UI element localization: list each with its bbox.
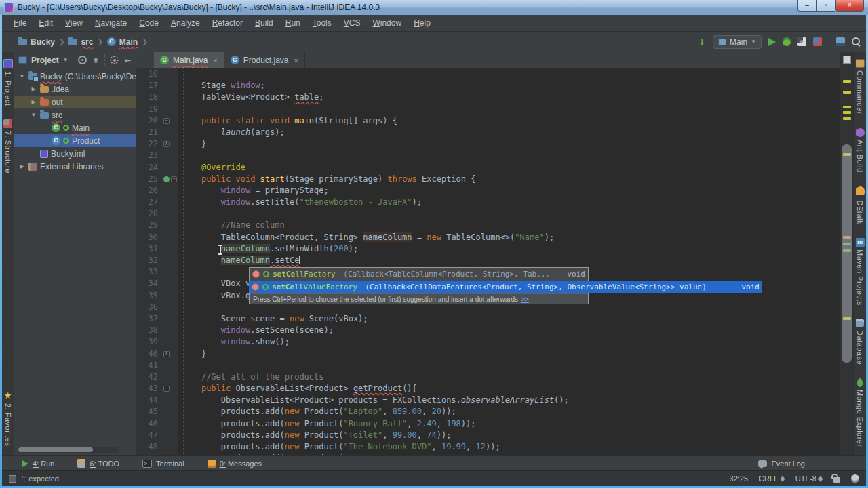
code-text[interactable]: products.add(new Product("Laptop", 859.0… [178,406,840,418]
menu-item-navigate[interactable]: Navigate [89,16,133,30]
code-text[interactable]: public static void main(String[] args) { [178,115,840,127]
code-text[interactable]: TableView<Product> table; [178,92,840,103]
tree-item-external-libraries[interactable]: ▶External Libraries [14,160,136,173]
tab-close-icon[interactable]: × [213,56,217,64]
tab-main-java[interactable]: CMain.java× [154,52,224,68]
search-icon[interactable] [852,37,861,46]
code-text[interactable]: @Override [178,162,840,174]
run-config-combo[interactable]: Main ▼ [713,35,762,49]
hide-panel-icon[interactable] [123,56,132,64]
code-text[interactable]: public void start(Stage primaryStage) th… [178,174,840,185]
tree-item-idea[interactable]: ▶.idea [14,83,136,96]
code-text[interactable]: window.setScene(scene); [178,325,840,336]
breadcrumb-item-src[interactable]: src [68,37,93,47]
menu-item-help[interactable]: Help [408,16,437,30]
code-text[interactable]: ObservableList<Product> products = FXCol… [178,394,840,406]
collapse-all-icon[interactable] [92,56,100,64]
tree-item-bucky[interactable]: ▼Bucky (C:\Users\Bucky\Desk [14,70,136,83]
code-text[interactable]: } [178,138,840,150]
tree-item-src[interactable]: ▼src [14,108,136,121]
menu-item-view[interactable]: View [59,16,89,30]
menu-item-tools[interactable]: Tools [307,16,338,30]
toolwindow-button-4-run[interactable]: 4: Run [22,460,54,468]
fold-start-icon[interactable]: − [163,386,170,392]
tab-product-java[interactable]: CProduct.java× [224,52,305,68]
code-text[interactable]: nameColumn.setMinWidth(200); [178,243,840,255]
tool-button-1-project[interactable]: 1: Project [3,59,13,106]
encoding-selector[interactable]: UTF-8 [795,474,823,483]
code-text[interactable]: launch(args); [178,127,840,138]
code-text[interactable]: window = primaryStage; [178,185,840,197]
code-text[interactable]: //Name column [178,220,840,231]
menu-item-vcs[interactable]: VCS [338,16,367,30]
code-text[interactable]: } [178,348,840,360]
maximize-button[interactable]: ▫ [816,0,835,12]
tab-close-icon[interactable]: × [294,56,298,64]
tree-item-bucky-iml[interactable]: Bucky.iml [14,147,136,160]
code-text[interactable]: nameColumn.setCe [178,255,840,266]
inspection-status-icon[interactable] [843,56,851,64]
tool-button-ant-build[interactable]: Ant Build [856,128,865,173]
event-log-button[interactable]: Event Log [758,460,805,468]
code-text[interactable]: public ObservableList<Product> getProduc… [178,383,840,394]
error-stripe-mark[interactable] [843,80,851,83]
chevron-down-icon[interactable]: ▼ [63,57,68,63]
error-stripe-mark[interactable] [843,106,851,108]
debug-button[interactable] [783,37,791,46]
fold-start-icon[interactable]: − [171,176,177,182]
lock-icon[interactable] [833,477,840,483]
tool-button-mongo-explorer[interactable]: Mongo Explorer [856,378,864,447]
menu-item-code[interactable]: Code [133,16,165,30]
vcs-update-icon[interactable] [698,37,706,47]
project-hscrollbar-thumb[interactable] [18,447,93,452]
tool-button-database[interactable]: Database [856,319,864,365]
run-button[interactable] [768,38,776,46]
error-stripe-mark[interactable] [843,111,851,114]
fold-end-icon[interactable]: ∧ [163,141,170,147]
menu-item-refactor[interactable]: Refactor [206,16,249,30]
menu-item-run[interactable]: Run [279,16,307,30]
locate-file-icon[interactable] [78,56,87,64]
tree-open-arrow-icon[interactable]: ▼ [30,112,37,118]
completion-item-setcellfactory[interactable]: setCellFactory (Callback<TableColumn<Pro… [250,268,588,281]
tool-button-2-favorites[interactable]: 2: Favorites [3,391,13,446]
toolwindow-button-0-messages[interactable]: 0: Messages [208,460,262,468]
minimize-button[interactable]: – [797,0,816,12]
code-area[interactable]: 1617 Stage window;18 TableView<Product> … [136,68,840,455]
tool-windows-icon[interactable] [836,37,845,46]
menu-item-build[interactable]: Build [249,16,279,30]
error-stripe-mark[interactable] [843,91,851,94]
coverage-button[interactable] [797,37,806,46]
gear-icon[interactable] [110,56,119,64]
tree-closed-arrow-icon[interactable]: ▶ [30,99,37,105]
breadcrumb-item-main[interactable]: CMain [107,37,138,47]
menu-item-edit[interactable]: Edit [33,16,59,30]
code-text[interactable]: window.show(); [178,336,840,348]
code-text[interactable]: Stage window; [178,80,840,92]
tool-button-idetalk[interactable]: IDEtalk [856,186,865,224]
code-text[interactable]: products.add(new Product("The Notebook D… [178,441,840,453]
fold-start-icon[interactable]: − [163,118,170,124]
toolwindow-button-6-todo[interactable]: 6: TODO [77,459,119,468]
toolwindow-toggle-icon[interactable] [9,475,16,483]
tree-open-arrow-icon[interactable]: ▼ [18,73,26,79]
tree-item-product[interactable]: CProduct [14,134,136,147]
code-text[interactable]: TableColumn<Product, String> nameColumn … [178,232,840,243]
menu-item-analyze[interactable]: Analyze [165,16,206,30]
caret-position[interactable]: 32:25 [730,474,749,483]
line-separator-selector[interactable]: CRLF [759,474,785,483]
fold-end-icon[interactable]: ∧ [163,351,170,357]
tool-button-commander[interactable]: Commander [856,59,865,115]
error-stripe-mark[interactable] [843,117,851,120]
menu-item-window[interactable]: Window [366,16,408,30]
code-text[interactable]: window.setTitle("thenewboston - JavaFX")… [178,197,840,208]
completion-hint-link[interactable]: >> [521,296,529,303]
breadcrumb-item-bucky[interactable]: Bucky [18,37,55,47]
tool-button-7-structure[interactable]: 7: Structure [3,119,12,174]
code-text[interactable]: products.add(new Product("Toilet", 99.00… [178,430,840,441]
menu-item-file[interactable]: File [7,16,33,30]
tool-button-maven-projects[interactable]: mMaven Projects [856,238,865,306]
profiler-button[interactable] [813,37,822,46]
overrides-marker-icon[interactable] [163,176,170,182]
close-button[interactable]: × [835,0,864,12]
